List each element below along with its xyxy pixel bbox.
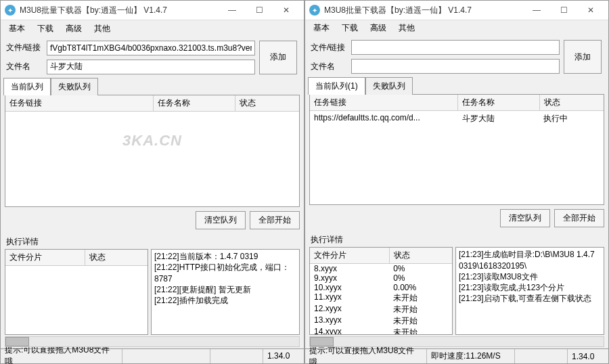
menu-download[interactable]: 下载 bbox=[336, 20, 363, 36]
list-item[interactable]: 13.xyyx 未开始 bbox=[310, 315, 452, 327]
col-file-chunk[interactable]: 文件分片 bbox=[310, 248, 390, 263]
cell-chunk-state: 未开始 bbox=[389, 304, 452, 315]
url-input[interactable] bbox=[351, 40, 560, 55]
titlebar[interactable]: ✦ M3U8批量下载器【by:逍遥一仙】 V1.4.7 — ☐ ✕ bbox=[305, 1, 608, 20]
name-label: 文件名 bbox=[311, 61, 347, 72]
cell-chunk: 12.xyyx bbox=[310, 304, 389, 315]
list-item[interactable]: 9.xyyx 0% bbox=[310, 273, 452, 283]
col-task-name[interactable]: 任务名称 bbox=[154, 95, 235, 111]
menu-advanced[interactable]: 高级 bbox=[365, 20, 392, 36]
cell-chunk-state: 未开始 bbox=[389, 315, 452, 327]
list-item[interactable]: 14.xyyx 未开始 bbox=[310, 327, 452, 334]
list-item[interactable]: 11.xyyx 未开始 bbox=[310, 292, 452, 304]
name-input[interactable] bbox=[351, 59, 560, 74]
cell-chunk: 11.xyyx bbox=[310, 292, 389, 304]
url-input[interactable] bbox=[47, 41, 255, 55]
input-area: 文件/链接 添加 文件名 bbox=[1, 37, 304, 77]
menu-advanced[interactable]: 高级 bbox=[60, 21, 87, 37]
col-chunk-state[interactable]: 状态 bbox=[85, 250, 148, 265]
cell-name: 斗罗大陆 bbox=[458, 112, 539, 125]
watermark: 3KA.CN bbox=[5, 112, 299, 150]
start-all-button[interactable]: 全部开始 bbox=[554, 209, 604, 227]
add-button[interactable]: 添加 bbox=[564, 40, 602, 74]
list-item[interactable]: 10.xyyx 0.00% bbox=[310, 283, 452, 292]
title-text: M3U8批量下载器【by:逍遥一仙】 V1.4.7 bbox=[324, 5, 523, 16]
log-line: [21:23]生成临时目录:D:\B\M3U8 1.4.7 0319\16183… bbox=[459, 249, 601, 271]
minimize-button[interactable]: — bbox=[219, 1, 246, 20]
start-all-button[interactable]: 全部开始 bbox=[250, 211, 300, 229]
window-left: ✦ M3U8批量下载器【by:逍遥一仙】 V1.4.7 — ☐ ✕ 基本 下载 … bbox=[0, 0, 304, 364]
cell-chunk: 10.xyyx bbox=[310, 283, 389, 292]
menu-basic[interactable]: 基本 bbox=[308, 20, 335, 36]
col-file-chunk[interactable]: 文件分片 bbox=[5, 250, 85, 265]
table-row[interactable]: https://defaultts.tc.qq.com/d... 斗罗大陆 执行… bbox=[310, 111, 604, 127]
tab-current-queue[interactable]: 当前队列(1) bbox=[308, 77, 365, 95]
cell-state: 执行中 bbox=[539, 112, 604, 125]
log-line: [21:22]HTTP接口初始化完成，端口：8787 bbox=[154, 262, 296, 283]
tab-current-queue[interactable]: 当前队列 bbox=[3, 78, 51, 95]
add-button[interactable]: 添加 bbox=[259, 41, 297, 74]
log-panel: [21:22]当前版本：1.4.7 0319[21:22]HTTP接口初始化完成… bbox=[151, 249, 300, 335]
status-hint: 提示:可以直接拖入M3U8文件哦 bbox=[305, 349, 427, 363]
tab-failed-queue[interactable]: 失败队列 bbox=[51, 78, 98, 95]
clear-queue-button[interactable]: 清空队列 bbox=[196, 211, 246, 229]
cell-chunk: 8.xyyx bbox=[310, 264, 389, 273]
detail-title: 执行详情 bbox=[305, 231, 608, 247]
statusbar: 提示:可以直接拖入M3U8文件哦 1.34.0 bbox=[1, 348, 304, 363]
hscrollbar[interactable] bbox=[309, 336, 604, 347]
status-speed: 即时速度:11.26M/S bbox=[427, 349, 515, 363]
maximize-button[interactable]: ☐ bbox=[550, 1, 577, 20]
col-task-state[interactable]: 状态 bbox=[235, 95, 300, 111]
cell-chunk-state: 0.00% bbox=[389, 283, 452, 292]
list-item[interactable]: 8.xyyx 0% bbox=[310, 264, 452, 273]
col-task-name[interactable]: 任务名称 bbox=[458, 95, 539, 110]
log-line: [21:22]当前版本：1.4.7 0319 bbox=[154, 251, 296, 262]
menu-other[interactable]: 其他 bbox=[89, 21, 116, 37]
cell-chunk: 14.xyyx bbox=[310, 327, 389, 334]
app-icon: ✦ bbox=[309, 5, 320, 16]
clear-queue-button[interactable]: 清空队列 bbox=[500, 209, 550, 227]
cell-chunk-state: 0% bbox=[389, 273, 452, 283]
detail-list: 文件分片 状态 8.xyyx 0% 9.xyyx 0% 10.xyyx 0.00… bbox=[309, 247, 453, 335]
minimize-button[interactable]: — bbox=[523, 1, 550, 20]
col-task-link[interactable]: 任务链接 bbox=[5, 95, 154, 111]
cell-chunk-state: 0% bbox=[389, 264, 452, 273]
task-panel: 任务链接 任务名称 状态 3KA.CN bbox=[5, 95, 300, 207]
app-icon: ✦ bbox=[5, 5, 16, 16]
status-hint: 提示:可以直接拖入M3U8文件哦 bbox=[1, 349, 122, 363]
input-area: 文件/链接 添加 文件名 bbox=[305, 36, 608, 76]
log-line: [21:23]读取M3U8文件 bbox=[459, 271, 601, 282]
cell-chunk: 13.xyyx bbox=[310, 315, 389, 327]
title-text: M3U8批量下载器【by:逍遥一仙】 V1.4.7 bbox=[20, 5, 219, 16]
hscrollbar[interactable] bbox=[5, 336, 300, 347]
list-item[interactable]: 12.xyyx 未开始 bbox=[310, 304, 452, 315]
task-body: 3KA.CN bbox=[5, 112, 299, 206]
maximize-button[interactable]: ☐ bbox=[246, 1, 273, 20]
status-version: 1.34.0 bbox=[568, 349, 608, 363]
menu-basic[interactable]: 基本 bbox=[3, 21, 30, 37]
menu-other[interactable]: 其他 bbox=[393, 20, 420, 36]
url-label: 文件/链接 bbox=[311, 42, 347, 53]
status-speed bbox=[122, 349, 210, 363]
log-line: [21:23]启动下载,可查看左侧下载状态 bbox=[459, 293, 601, 304]
cell-link: https://defaultts.tc.qq.com/d... bbox=[310, 112, 458, 125]
cell-chunk: 9.xyyx bbox=[310, 273, 389, 283]
name-input[interactable] bbox=[47, 60, 255, 74]
col-chunk-state[interactable]: 状态 bbox=[390, 248, 452, 263]
menu-download[interactable]: 下载 bbox=[32, 21, 59, 37]
queue-tabs: 当前队列 失败队列 bbox=[1, 77, 304, 95]
name-label: 文件名 bbox=[6, 61, 43, 72]
col-task-link[interactable]: 任务链接 bbox=[310, 95, 458, 110]
tab-failed-queue[interactable]: 失败队列 bbox=[365, 77, 413, 95]
queue-tabs: 当前队列(1) 失败队列 bbox=[305, 76, 608, 94]
log-line: [21:23]读取完成,共123个分片 bbox=[459, 282, 601, 293]
menubar: 基本 下载 高级 其他 bbox=[1, 20, 304, 36]
cell-chunk-state: 未开始 bbox=[389, 292, 452, 304]
detail-list: 文件分片 状态 bbox=[5, 249, 148, 335]
col-task-state[interactable]: 状态 bbox=[540, 95, 604, 110]
detail-title: 执行详情 bbox=[1, 233, 304, 249]
close-button[interactable]: ✕ bbox=[273, 1, 300, 20]
log-line: [21:22][更新提醒] 暂无更新 bbox=[154, 284, 296, 295]
titlebar[interactable]: ✦ M3U8批量下载器【by:逍遥一仙】 V1.4.7 — ☐ ✕ bbox=[1, 1, 304, 20]
close-button[interactable]: ✕ bbox=[577, 1, 604, 20]
